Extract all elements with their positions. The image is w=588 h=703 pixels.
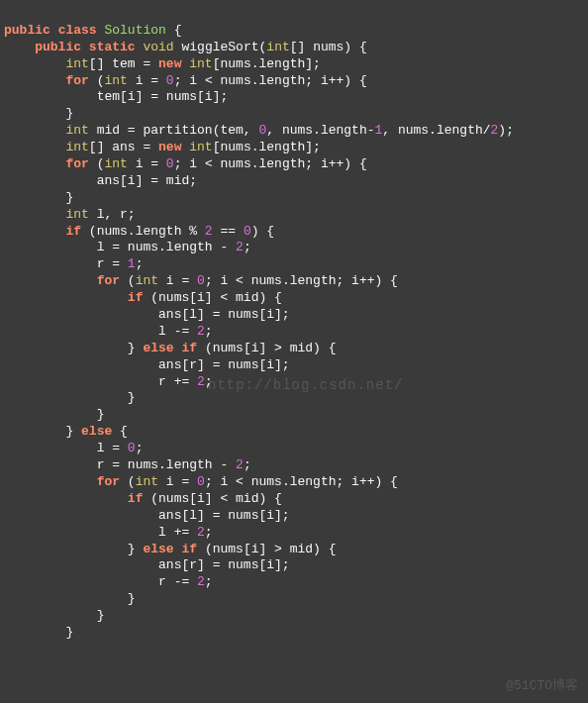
type-int: int (104, 73, 127, 88)
num: 0 (197, 474, 205, 489)
text: == (213, 224, 244, 239)
text: i = (158, 273, 197, 288)
text: i = (128, 73, 166, 88)
type-int: int (104, 156, 127, 171)
text: ; (136, 441, 144, 455)
text: l += (158, 525, 197, 540)
text: (nums.length % (81, 224, 205, 239)
text: r -= (158, 574, 197, 589)
text: i = (158, 474, 197, 489)
kw-public: public (35, 40, 81, 54)
brace: } (65, 106, 73, 121)
kw-if: if (65, 224, 81, 239)
kw-else: else (143, 341, 173, 355)
text: , nums.length- (266, 123, 374, 138)
text: { (112, 424, 128, 439)
kw-for: for (97, 474, 120, 489)
text: [] tem = (89, 56, 158, 71)
num: 0 (128, 441, 136, 455)
brace: } (97, 608, 105, 623)
text: ); (498, 123, 514, 138)
text: ( (120, 273, 136, 288)
brace: } (128, 390, 136, 405)
num: 0 (166, 73, 174, 88)
text: } (128, 341, 144, 355)
text: (nums[i] < mid) { (143, 491, 281, 506)
kw-if: if (181, 542, 197, 556)
stmt: ans[r] = nums[i]; (158, 557, 290, 572)
type-int: int (266, 40, 289, 54)
text: (nums[i] < mid) { (143, 290, 281, 305)
text: i = (128, 156, 166, 171)
brace: } (65, 190, 73, 205)
stmt: ans[l] = nums[i]; (158, 508, 290, 523)
text: , nums.length/ (382, 123, 490, 138)
type-int: int (65, 123, 88, 138)
type-int: int (189, 56, 212, 71)
watermark-51cto: @51CTO博客 (506, 678, 578, 695)
text: (nums[i] > mid) { (197, 341, 336, 355)
type-int: int (189, 140, 212, 154)
text: (nums[i] > mid) { (197, 542, 336, 556)
kw-else: else (81, 424, 112, 439)
num: 2 (197, 324, 205, 339)
stmt: tem[i] = nums[i]; (97, 89, 229, 104)
stmt: ans[r] = nums[i]; (158, 357, 290, 372)
num: 2 (236, 240, 244, 254)
text: l = nums.length - (97, 240, 236, 254)
brace: } (65, 625, 73, 640)
kw-for: for (97, 273, 120, 288)
num: 0 (166, 156, 174, 171)
num: 0 (244, 224, 251, 239)
class-name: Solution (104, 23, 165, 38)
brace: } (97, 407, 105, 422)
kw-public: public (4, 23, 50, 38)
kw-else: else (143, 542, 173, 556)
text: ; (205, 574, 213, 589)
method-name: wiggleSort( (182, 40, 267, 54)
kw-static: static (89, 40, 136, 54)
text: ( (120, 474, 136, 489)
text: l, r; (89, 207, 136, 222)
type-int: int (136, 273, 158, 288)
kw-new: new (158, 140, 181, 154)
text: ) { (251, 224, 274, 239)
num: 2 (197, 525, 205, 540)
type-int: int (65, 140, 88, 154)
text: ; (205, 525, 213, 540)
text: l -= (158, 324, 197, 339)
num: 2 (236, 457, 244, 472)
text: ; (136, 256, 144, 271)
text: } (128, 542, 144, 556)
type-int: int (65, 207, 88, 222)
text: ; (244, 240, 251, 254)
type-int: int (136, 474, 158, 489)
text: ( (89, 156, 105, 171)
brace: { (174, 23, 182, 38)
text: r += (158, 374, 197, 389)
text: [] ans = (89, 140, 158, 154)
text: [nums.length]; (213, 140, 321, 154)
num: 1 (128, 256, 136, 271)
type-int: int (65, 56, 88, 71)
text: l = (97, 441, 128, 455)
stmt: ans[i] = mid; (97, 173, 197, 188)
text: mid = partition(tem, (89, 123, 259, 138)
text: ; (205, 374, 213, 389)
kw-for: for (65, 156, 88, 171)
num: 2 (197, 374, 205, 389)
text: r = (97, 256, 128, 271)
text: [nums.length]; (213, 56, 321, 71)
num: 0 (197, 273, 205, 288)
kw-if: if (128, 491, 144, 506)
kw-for: for (65, 73, 88, 88)
kw-class: class (58, 23, 97, 38)
text: ; i < nums.length; i++) { (174, 73, 367, 88)
stmt: ans[l] = nums[i]; (158, 307, 290, 322)
num: 2 (197, 574, 205, 589)
params: [] nums) { (290, 40, 367, 54)
brace: } (128, 591, 136, 606)
text: ; (205, 324, 213, 339)
kw-if: if (128, 290, 144, 305)
text: ( (89, 73, 105, 88)
